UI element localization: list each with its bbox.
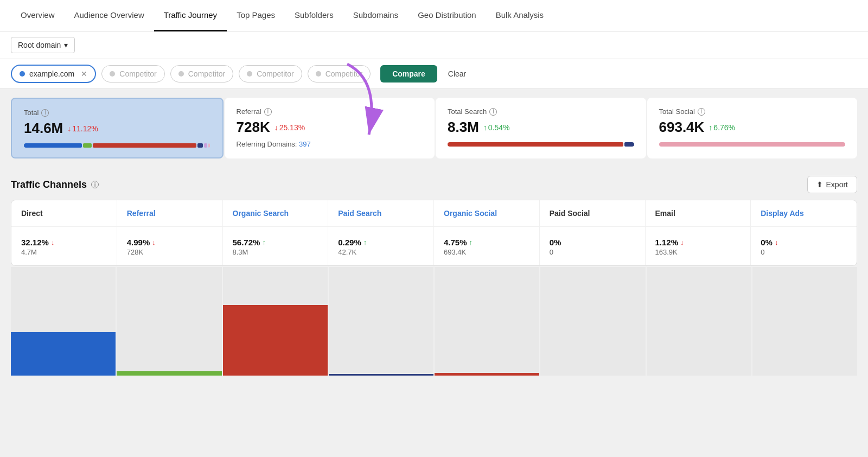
stat-card-total-social[interactable]: Total Social i 693.4K ↑ 6.76%	[647, 98, 858, 158]
total-social-change: ↑ 6.76%	[709, 123, 735, 132]
total-value: 14.6M	[24, 120, 63, 137]
comp-dot-3	[247, 71, 252, 77]
chart-col-referral	[117, 267, 221, 376]
total-social-label: Total Social	[659, 107, 695, 116]
total-change: ↓ 11.12%	[67, 124, 98, 133]
channel-header-paid-search: Paid Search	[328, 200, 434, 226]
email-arrow-icon: ↓	[680, 238, 684, 246]
referral-change: ↓ 25.13%	[275, 123, 305, 132]
chart-bar-organic-social	[435, 373, 539, 376]
clear-button[interactable]: Clear	[443, 65, 471, 82]
chart-col-email	[647, 267, 751, 376]
channels-header-row: Direct Referral Organic Search Paid Sear…	[11, 200, 857, 227]
channel-header-organic-social: Organic Social	[434, 200, 540, 226]
nav-traffic-journey[interactable]: Traffic Journey	[154, 0, 227, 31]
nav-bulk-analysis[interactable]: Bulk Analysis	[486, 0, 553, 31]
section-header: Traffic Channels i ⬆ Export	[11, 167, 857, 200]
channel-cell-referral: 4.99% ↓ 728K	[117, 227, 223, 265]
organic-social-abs: 693.4K	[444, 248, 529, 256]
channel-cell-email: 1.12% ↓ 163.9K	[646, 227, 751, 265]
domain-close-icon[interactable]: ✕	[81, 69, 87, 78]
total-label: Total	[24, 109, 39, 117]
display-ads-abs: 0	[761, 248, 847, 256]
compare-button[interactable]: Compare	[380, 65, 437, 82]
chart-col-paid-search	[329, 267, 433, 376]
referral-abs: 728K	[127, 248, 213, 256]
competitor-chip-3[interactable]: Competitor	[239, 65, 302, 82]
referring-domains-link[interactable]: 397	[299, 140, 311, 148]
channel-header-display-ads: Display Ads	[751, 200, 857, 226]
channel-cell-paid-search: 0.29% ↑ 42.7K	[328, 227, 434, 265]
competitor-label-4: Competitor	[326, 69, 362, 78]
display-ads-arrow-icon: ↓	[775, 238, 778, 246]
organic-search-pct: 56.72% ↑	[233, 238, 318, 247]
traffic-channels-section: Traffic Channels i ⬆ Export Direct Refer…	[0, 167, 868, 376]
referral-info-icon[interactable]: i	[264, 108, 272, 116]
channel-cell-paid-social: 0% 0	[540, 227, 646, 265]
referral-label: Referral	[237, 107, 261, 116]
chart-bar-direct	[11, 332, 116, 376]
stat-card-total-search[interactable]: Total Search i 8.3M ↑ 0.54%	[436, 98, 646, 158]
channel-name-organic-social[interactable]: Organic Social	[444, 209, 529, 218]
nav-subfolders[interactable]: Subfolders	[285, 0, 343, 31]
chart-bar-organic-search	[223, 305, 328, 376]
organic-social-pct: 4.75% ↑	[444, 238, 529, 247]
competitor-label-3: Competitor	[257, 69, 293, 78]
channel-cell-display-ads: 0% ↓ 0	[751, 227, 857, 265]
charts-row	[11, 266, 857, 376]
organic-search-arrow-icon: ↑	[262, 238, 266, 246]
nav-top-pages[interactable]: Top Pages	[227, 0, 285, 31]
referring-domains: Referring Domains: 397	[237, 140, 423, 148]
direct-pct: 32.12% ↓	[21, 238, 107, 247]
stat-card-total[interactable]: Total i 14.6M ↓ 11.12%	[11, 98, 224, 158]
email-pct: 1.12% ↓	[655, 238, 741, 247]
toolbar: Root domain ▾	[0, 31, 868, 59]
referral-arrow-icon: ↓	[152, 238, 156, 246]
nav-overview[interactable]: Overview	[11, 0, 65, 31]
stat-card-referral[interactable]: Referral i 728K ↓ 25.13% Referring Domai…	[225, 98, 435, 158]
referral-arrow-down-icon: ↓	[275, 123, 278, 132]
root-domain-button[interactable]: Root domain ▾	[11, 37, 75, 53]
chart-col-organic-social	[435, 267, 539, 376]
export-button[interactable]: ⬆ Export	[807, 176, 857, 193]
channel-name-display-ads[interactable]: Display Ads	[761, 209, 847, 218]
chart-col-organic-search	[223, 267, 328, 376]
email-abs: 163.9K	[655, 248, 741, 256]
channels-info-icon[interactable]: i	[91, 181, 99, 188]
navigation-bar: Overview Audience Overview Traffic Journ…	[0, 0, 868, 31]
competitor-chip-4[interactable]: Competitor	[308, 65, 371, 82]
competitor-label-2: Competitor	[188, 69, 225, 78]
export-icon: ⬆	[816, 180, 823, 189]
channel-name-organic-search[interactable]: Organic Search	[233, 209, 318, 218]
paid-search-abs: 42.7K	[338, 248, 424, 256]
direct-arrow-icon: ↓	[51, 238, 55, 246]
root-domain-label: Root domain	[18, 41, 61, 49]
total-info-icon[interactable]: i	[41, 109, 49, 117]
channel-cell-organic-social: 4.75% ↑ 693.4K	[434, 227, 540, 265]
competitor-chip-1[interactable]: Competitor	[101, 65, 164, 82]
stats-row: Total i 14.6M ↓ 11.12% Referral i 728K	[0, 89, 868, 167]
nav-geo-distribution[interactable]: Geo Distribution	[408, 0, 486, 31]
comp-dot-4	[316, 71, 321, 77]
competitor-label-1: Competitor	[119, 69, 156, 78]
nav-audience-overview[interactable]: Audience Overview	[65, 0, 154, 31]
compare-row: example.com ✕ Competitor Competitor Comp…	[0, 59, 868, 89]
total-arrow-down-icon: ↓	[67, 124, 71, 133]
paid-social-abs: 0	[550, 248, 635, 256]
competitor-chip-2[interactable]: Competitor	[170, 65, 233, 82]
total-social-value: 693.4K	[659, 119, 705, 136]
organic-social-arrow-icon: ↑	[469, 238, 473, 246]
channel-name-paid-search[interactable]: Paid Search	[338, 209, 424, 218]
total-social-arrow-up-icon: ↑	[709, 123, 712, 132]
channel-name-referral[interactable]: Referral	[127, 209, 213, 218]
channel-cell-direct: 32.12% ↓ 4.7M	[11, 227, 117, 265]
domain-chip[interactable]: example.com ✕	[11, 65, 96, 83]
total-social-info-icon[interactable]: i	[698, 108, 705, 116]
total-search-label: Total Search	[448, 107, 487, 116]
paid-social-pct: 0%	[550, 238, 635, 247]
referral-pct: 4.99% ↓	[127, 238, 213, 247]
nav-subdomains[interactable]: Subdomains	[343, 0, 408, 31]
chevron-down-icon: ▾	[64, 41, 68, 49]
chart-col-direct	[11, 267, 116, 376]
total-search-info-icon[interactable]: i	[489, 108, 497, 116]
